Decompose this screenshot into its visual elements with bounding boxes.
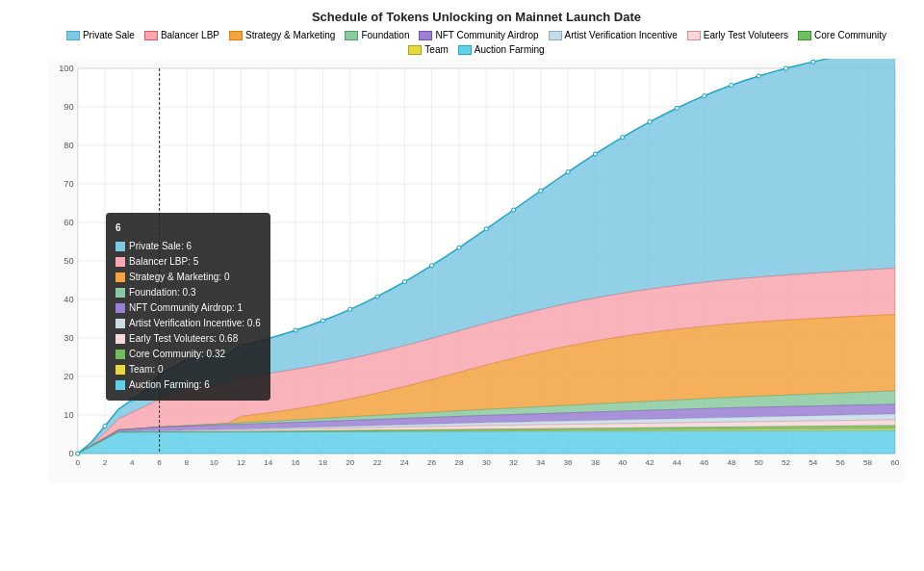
svg-text:52: 52	[782, 458, 791, 467]
svg-text:6: 6	[157, 458, 162, 467]
svg-text:44: 44	[673, 458, 682, 467]
svg-text:26: 26	[427, 458, 437, 467]
svg-text:2: 2	[103, 458, 108, 467]
svg-point-98	[402, 280, 406, 284]
svg-point-110	[730, 83, 733, 87]
svg-text:58: 58	[863, 458, 873, 467]
svg-text:80: 80	[64, 141, 73, 150]
svg-text:30: 30	[64, 333, 73, 343]
svg-text:8: 8	[185, 458, 190, 467]
svg-text:50: 50	[64, 256, 73, 266]
svg-point-90	[185, 358, 189, 362]
svg-text:50: 50	[755, 458, 764, 467]
chart-area: 0102030405060708090100024681012141618202…	[48, 59, 905, 482]
svg-point-93	[267, 337, 270, 341]
legend-label-1: Balancer LBP	[161, 30, 219, 40]
svg-point-108	[675, 106, 679, 110]
svg-text:24: 24	[400, 458, 410, 467]
main-chart: 0102030405060708090100024681012141618202…	[48, 59, 905, 482]
legend-label-6: Early Test Voluteers	[704, 30, 788, 40]
svg-point-88	[130, 398, 134, 402]
legend-swatch-8	[408, 45, 422, 55]
legend-swatch-2	[229, 31, 243, 40]
chart-title: Schedule of Tokens Unlocking on Mainnet …	[48, 10, 905, 24]
svg-text:70: 70	[64, 179, 73, 189]
legend-item-5: Artist Verification Incentive	[549, 30, 678, 40]
svg-point-105	[593, 152, 597, 156]
svg-text:10: 10	[64, 410, 73, 420]
svg-text:60: 60	[64, 218, 73, 227]
svg-text:30: 30	[482, 458, 492, 467]
svg-point-102	[511, 208, 515, 212]
legend-item-8: Team	[408, 44, 448, 55]
svg-point-109	[703, 94, 706, 98]
legend-swatch-9	[458, 45, 472, 55]
legend-swatch-3	[345, 31, 358, 40]
svg-text:34: 34	[536, 458, 546, 467]
legend-label-7: Core Community	[814, 30, 886, 40]
svg-text:18: 18	[319, 458, 328, 467]
legend-item-0: Private Sale	[66, 30, 135, 40]
legend-item-9: Auction Farming	[458, 44, 545, 55]
legend-swatch-0	[66, 31, 80, 40]
legend-swatch-6	[687, 31, 701, 40]
svg-point-106	[621, 136, 625, 140]
legend-label-2: Strategy & Marketing	[245, 30, 335, 40]
svg-point-101	[484, 227, 488, 231]
svg-text:0: 0	[75, 458, 80, 467]
legend-label-5: Artist Verification Incentive	[565, 30, 678, 40]
svg-text:48: 48	[727, 458, 736, 467]
legend-item-7: Core Community	[798, 30, 886, 40]
legend-label-9: Auction Farming	[475, 44, 545, 55]
svg-point-97	[375, 295, 379, 298]
svg-text:42: 42	[645, 458, 654, 467]
legend-swatch-1	[144, 31, 158, 40]
svg-text:46: 46	[700, 458, 709, 467]
svg-text:20: 20	[346, 458, 355, 467]
svg-text:54: 54	[808, 458, 818, 467]
legend-item-2: Strategy & Marketing	[229, 30, 335, 40]
svg-text:56: 56	[836, 458, 846, 467]
svg-point-112	[784, 66, 788, 70]
svg-text:20: 20	[64, 372, 73, 381]
svg-point-104	[566, 170, 570, 174]
svg-point-96	[348, 307, 352, 311]
chart-container: Schedule of Tokens Unlocking on Mainnet …	[0, 0, 924, 571]
svg-text:38: 38	[591, 458, 601, 467]
svg-text:90: 90	[64, 102, 73, 112]
legend-label-3: Foundation	[361, 30, 409, 40]
svg-text:28: 28	[454, 458, 464, 467]
legend-item-6: Early Test Voluteers	[687, 30, 788, 40]
svg-text:14: 14	[264, 458, 273, 467]
legend-item-1: Balancer LBP	[144, 30, 219, 40]
svg-text:22: 22	[372, 458, 382, 467]
legend-label-4: NFT Community Airdrop	[435, 30, 538, 40]
svg-text:60: 60	[890, 458, 900, 467]
legend: Private SaleBalancer LBPStrategy & Marke…	[48, 30, 905, 55]
legend-swatch-5	[549, 31, 562, 40]
svg-point-94	[294, 328, 297, 332]
svg-text:0: 0	[68, 449, 73, 458]
svg-text:40: 40	[618, 458, 628, 467]
svg-text:40: 40	[64, 295, 73, 304]
svg-point-99	[430, 264, 434, 268]
svg-text:32: 32	[509, 458, 519, 467]
svg-point-111	[757, 74, 760, 78]
svg-text:10: 10	[210, 458, 219, 467]
svg-point-86	[76, 452, 80, 455]
svg-point-95	[321, 319, 324, 323]
legend-label-0: Private Sale	[83, 30, 135, 40]
svg-point-87	[103, 424, 107, 428]
svg-text:12: 12	[237, 458, 246, 467]
svg-text:4: 4	[130, 458, 135, 467]
svg-text:100: 100	[59, 64, 73, 73]
legend-swatch-4	[419, 31, 432, 40]
legend-item-4: NFT Community Airdrop	[419, 30, 538, 40]
svg-point-92	[239, 344, 243, 348]
legend-swatch-7	[798, 31, 811, 40]
svg-point-91	[212, 354, 216, 358]
svg-point-107	[648, 120, 652, 124]
svg-point-103	[539, 189, 543, 193]
svg-point-100	[457, 246, 461, 249]
svg-text:36: 36	[564, 458, 574, 467]
